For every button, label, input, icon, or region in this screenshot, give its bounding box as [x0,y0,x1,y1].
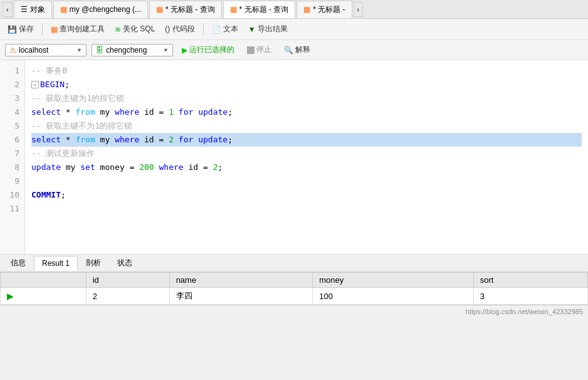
col-header-sort[interactable]: sort [473,273,587,288]
explain-button[interactable]: 🔍 解释 [280,43,314,57]
cell-name: 李四 [169,288,313,305]
stop-button[interactable]: 停止 [243,43,275,57]
query-icon-1: ▦ [156,5,163,14]
result-content: id name money sort ▶ 2 李四 100 3 [0,272,588,305]
tab-info[interactable]: 信息 [3,255,34,272]
table-icon-2: ▦ [303,5,310,14]
host-selector[interactable]: ⚠ localhost ▼ [5,44,87,56]
text-icon: 📄 [212,25,221,34]
code-line-9 [31,174,582,188]
tab-objects[interactable]: ☰ 对象 [14,1,52,18]
toolbar: 💾 保存 ▦ 查询创建工具 ≋ 美化 SQL () 代码段 📄 文本 ▼ 导出结… [0,19,588,40]
col-header-name[interactable]: name [169,273,313,288]
tab-nav-prev[interactable]: ‹ [3,2,13,17]
toolbar-separator-2 [203,23,204,36]
database-selector[interactable]: 🗄 chengcheng ▼ [92,44,173,56]
host-warning-icon: ⚠ [9,46,16,55]
col-header-indicator [1,273,87,288]
result-table: id name money sort ▶ 2 李四 100 3 [0,272,588,305]
tab-untitled2[interactable]: ▦ * 无标题 - 查询 [223,1,296,18]
save-button[interactable]: 💾 保存 [4,22,38,36]
status-bar: https://blog.csdn.net/weixin_42332985 [0,305,588,317]
database-icon: 🗄 [96,46,103,55]
code-line-10: COMMIT; [31,188,582,202]
tab-untitled1[interactable]: ▦ * 无标题 - 查询 [149,1,222,18]
export-button[interactable]: ▼ 导出结果 [244,22,291,36]
results-tab-bar: 信息 Result 1 剖析 状态 [0,255,588,272]
code-editor[interactable]: -- 事务B -BEGIN; -- 获取主键为1的排它锁 select * fr… [25,60,588,254]
col-header-money[interactable]: money [313,273,473,288]
query-icon-2: ▦ [230,5,237,14]
status-url: https://blog.csdn.net/weixin_42332985 [466,308,583,315]
cell-money: 100 [313,288,473,305]
run-icon: ▶ [182,46,187,55]
explain-icon: 🔍 [284,46,293,55]
code-line-11 [31,202,582,216]
export-icon: ▼ [248,25,256,34]
code-line-3: -- 获取主键为1的排它锁 [31,92,582,105]
tab-my-chengcheng[interactable]: ▦ my @chengcheng (... [53,1,148,18]
code-line-1: -- 事务B [31,64,582,78]
save-icon: 💾 [8,25,17,34]
db-dropdown-arrow: ▼ [163,47,169,53]
beautify-icon: ≋ [115,25,121,34]
tab-untitled3[interactable]: ▦ * 无标题 - [297,1,352,18]
tab-status[interactable]: 状态 [109,255,140,272]
code-line-6: select * from my where id = 2 for update… [31,133,582,147]
code-line-7: -- 测试更新操作 [31,147,582,161]
text-button[interactable]: 📄 文本 [208,22,242,36]
col-header-id[interactable]: id [86,273,169,288]
line-numbers: 1 2 3 4 5 6 7 8 9 10 11 [0,60,25,254]
tab-nav-next[interactable]: › [354,2,364,17]
editor-area: 1 2 3 4 5 6 7 8 9 10 11 -- 事务B -BEGIN; -… [0,60,588,255]
toolbar-separator-1 [42,23,43,36]
code-line-2: -BEGIN; [31,78,582,92]
code-line-5: -- 获取主键不为1的排它锁 [31,119,582,133]
cell-sort: 3 [473,288,587,305]
stop-icon [247,46,255,54]
host-dropdown-arrow: ▼ [76,47,82,53]
tab-bar: ‹ ☰ 对象 ▦ my @chengcheng (... ▦ * 无标题 - 查… [0,0,588,19]
cell-id: 2 [86,288,169,305]
query-builder-button[interactable]: ▦ 查询创建工具 [47,22,108,36]
connection-bar: ⚠ localhost ▼ 🗄 chengcheng ▼ ▶ 运行已选择的 停止… [0,40,588,60]
table-icon: ▦ [60,5,67,14]
code-line-8: update my set money = 200 where id = 2; [31,161,582,174]
run-button[interactable]: ▶ 运行已选择的 [178,43,238,57]
results-area: 信息 Result 1 剖析 状态 id name money sort [0,255,588,305]
beautify-sql-button[interactable]: ≋ 美化 SQL [111,22,159,36]
row-indicator: ▶ [1,288,87,305]
query-builder-icon: ▦ [51,25,58,34]
code-line-4: select * from my where id = 1 for update… [31,105,582,119]
table-row: ▶ 2 李四 100 3 [1,288,588,305]
tab-result1[interactable]: Result 1 [34,256,78,271]
tab-profiling[interactable]: 剖析 [78,255,109,272]
code-snippet-button[interactable]: () 代码段 [161,22,198,36]
list-icon: ☰ [21,5,28,14]
